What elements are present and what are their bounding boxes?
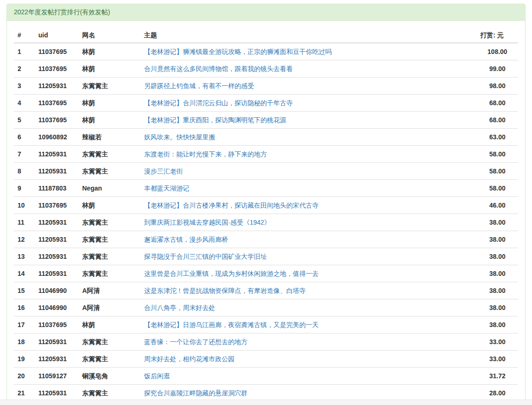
topic-link[interactable]: 合川竟然有这么多民间博物馆，跟着我的镜头去看看 bbox=[144, 65, 293, 72]
username-cell: 林荫 bbox=[79, 95, 140, 112]
column-header-name: 网名 bbox=[79, 28, 140, 43]
rank-cell: 10 bbox=[14, 197, 35, 214]
topic-cell: 周末好去处，相约花滩市政公园 bbox=[140, 351, 477, 368]
topic-cell: 蓝香缘：一个让你去了还想去的地方 bbox=[140, 334, 477, 351]
rank-cell: 13 bbox=[14, 248, 35, 265]
amount-cell: 33.00 bbox=[477, 334, 518, 351]
uid-cell: 11205931 bbox=[35, 231, 79, 248]
table-row: 10 11037695 林荫 【老林游记】合川古楼净果村，探访藏在田间地头的宋代… bbox=[14, 197, 518, 214]
topic-cell: 饭后闲逛 bbox=[140, 368, 477, 385]
amount-cell: 46.00 bbox=[477, 197, 518, 214]
topic-link[interactable]: 【老林游记】重庆酉阳，探访陶渊明笔下的桃花源 bbox=[144, 116, 286, 124]
topic-link[interactable]: 蓝香缘：一个让你去了还想去的地方 bbox=[144, 338, 248, 345]
amount-cell: 38.00 bbox=[477, 231, 518, 248]
column-header-rank: # bbox=[14, 28, 35, 43]
username-cell: 林荫 bbox=[79, 43, 140, 60]
uid-cell: 11037695 bbox=[35, 316, 79, 334]
username-cell: 东篱篱主 bbox=[79, 351, 140, 368]
uid-cell: 11046990 bbox=[35, 282, 79, 299]
amount-cell: 38.00 bbox=[477, 282, 518, 299]
topic-cell: 探究合川嘉陵江畔隐藏的悬崖洞穴群 bbox=[140, 385, 477, 402]
amount-cell: 38.00 bbox=[477, 248, 518, 265]
amount-cell: 38.00 bbox=[477, 214, 518, 231]
amount-cell: 63.00 bbox=[477, 129, 518, 146]
table-row: 1 11037695 林荫 【老林游记】狮滩镇最全游玩攻略，正宗的狮滩面和豆干你… bbox=[14, 43, 518, 60]
rank-cell: 17 bbox=[14, 316, 35, 334]
rank-cell: 4 bbox=[14, 95, 35, 112]
topic-cell: 【老林游记】合川古楼净果村，探访藏在田间地头的宋代古寺 bbox=[140, 197, 477, 214]
table-row: 16 11046990 A阿清 合川八角亭，周末好去处 38.00 bbox=[14, 299, 518, 316]
amount-cell: 68.00 bbox=[477, 95, 518, 112]
page-footer-strip bbox=[0, 399, 532, 405]
topic-cell: 探寻隐没于合川三汇镇的中国矿业大学旧址 bbox=[140, 248, 477, 265]
table-row: 14 11205931 东篱篱主 这里曾是合川工业重镇，现成为乡村休闲旅游之地，… bbox=[14, 265, 518, 282]
table-row: 4 11037695 林荫 【老林游记】合川渭沱云归山，探访隐秘的千年古寺 68… bbox=[14, 95, 518, 112]
username-cell: A阿清 bbox=[79, 299, 140, 316]
topic-link[interactable]: 这是东津沱！曾是抗战物资保障点，有摩岩造像、白塔寺 bbox=[144, 287, 306, 294]
amount-cell: 38.00 bbox=[477, 316, 518, 334]
rank-cell: 9 bbox=[14, 180, 35, 197]
topic-cell: 【老林游记】狮滩镇最全游玩攻略，正宗的狮滩面和豆干你吃过吗 bbox=[140, 43, 477, 60]
topic-link[interactable]: 另辟蹊径上钓鱼城，有着不一样的感受 bbox=[144, 82, 254, 89]
amount-cell: 68.00 bbox=[477, 112, 518, 129]
rank-cell: 15 bbox=[14, 282, 35, 299]
topic-link[interactable]: 探寻隐没于合川三汇镇的中国矿业大学旧址 bbox=[144, 253, 267, 260]
topic-link[interactable]: 合川八角亭，周末好去处 bbox=[144, 304, 215, 311]
topic-link[interactable]: 【老林游记】合川渭沱云归山，探访隐秘的千年古寺 bbox=[144, 99, 293, 107]
uid-cell: 11046990 bbox=[35, 299, 79, 316]
table-header: # uid 网名 主题 打赏: 元 bbox=[14, 28, 518, 43]
table-row: 8 11205931 东篱篱主 漫步三汇老街 58.00 bbox=[14, 163, 518, 180]
uid-cell: 11205931 bbox=[35, 351, 79, 368]
uid-cell: 11205931 bbox=[35, 163, 79, 180]
rank-cell: 16 bbox=[14, 299, 35, 316]
username-cell: 林荫 bbox=[79, 112, 140, 129]
amount-cell: 28.00 bbox=[477, 385, 518, 402]
amount-cell: 108.00 bbox=[477, 43, 518, 60]
topic-cell: 到重庆两江影视城去穿越民国·感受《1942》 bbox=[140, 214, 477, 231]
uid-cell: 11205931 bbox=[35, 334, 79, 351]
topic-cell: 东渡老街：能让时光慢下来，静下来的地方 bbox=[140, 146, 477, 163]
username-cell: 东篱篱主 bbox=[79, 163, 140, 180]
topic-link[interactable]: 妖风吹来。快快快屋里搬 bbox=[144, 133, 215, 141]
topic-link[interactable]: 漫步三汇老街 bbox=[144, 167, 183, 175]
amount-cell: 58.00 bbox=[477, 146, 518, 163]
topic-link[interactable]: 这里曾是合川工业重镇，现成为乡村休闲旅游之地，值得一去 bbox=[144, 270, 319, 277]
topic-link[interactable]: 饭后闲逛 bbox=[144, 372, 170, 380]
topic-cell: 丰都蓝天湖游记 bbox=[140, 180, 477, 197]
table-body: 1 11037695 林荫 【老林游记】狮滩镇最全游玩攻略，正宗的狮滩面和豆干你… bbox=[14, 43, 518, 401]
topic-link[interactable]: 到重庆两江影视城去穿越民国·感受《1942》 bbox=[144, 219, 271, 226]
amount-cell: 58.00 bbox=[477, 180, 518, 197]
amount-cell: 99.00 bbox=[477, 60, 518, 77]
username-cell: Negan bbox=[79, 180, 140, 197]
username-cell: 林荫 bbox=[79, 60, 140, 77]
rank-cell: 7 bbox=[14, 146, 35, 163]
amount-cell: 33.00 bbox=[477, 351, 518, 368]
uid-cell: 11037695 bbox=[35, 112, 79, 129]
amount-cell: 38.00 bbox=[477, 265, 518, 282]
topic-link[interactable]: 【老林游记】合川古楼净果村，探访藏在田间地头的宋代古寺 bbox=[144, 202, 319, 209]
rank-cell: 11 bbox=[14, 214, 35, 231]
topic-link[interactable]: 东渡老街：能让时光慢下来，静下来的地方 bbox=[144, 150, 267, 158]
panel-title: 2022年度发帖打赏排行(有效发帖) bbox=[7, 4, 525, 21]
table-row: 18 11205931 东篱篱主 蓝香缘：一个让你去了还想去的地方 33.00 bbox=[14, 334, 518, 351]
topic-cell: 合川八角亭，周末好去处 bbox=[140, 299, 477, 316]
table-row: 12 11205931 东篱篱主 邂逅濯水古镇，漫步风雨廊桥 38.00 bbox=[14, 231, 518, 248]
uid-cell: 11205931 bbox=[35, 248, 79, 265]
uid-cell: 11037695 bbox=[35, 95, 79, 112]
topic-link[interactable]: 【老林游记】日游乌江画廊，夜宿龚滩古镇，又是完美的一天 bbox=[144, 321, 319, 328]
username-cell: 东篱篱主 bbox=[79, 385, 140, 402]
topic-cell: 【老林游记】日游乌江画廊，夜宿龚滩古镇，又是完美的一天 bbox=[140, 316, 477, 334]
username-cell: 东篱篱主 bbox=[79, 334, 140, 351]
topic-cell: 合川竟然有这么多民间博物馆，跟着我的镜头去看看 bbox=[140, 60, 477, 77]
topic-link[interactable]: 【老林游记】狮滩镇最全游玩攻略，正宗的狮滩面和豆干你吃过吗 bbox=[144, 48, 332, 55]
rank-cell: 5 bbox=[14, 112, 35, 129]
topic-link[interactable]: 丰都蓝天湖游记 bbox=[144, 185, 189, 192]
uid-cell: 11205931 bbox=[35, 77, 79, 95]
rank-cell: 1 bbox=[14, 43, 35, 60]
username-cell: 东篱篱主 bbox=[79, 77, 140, 95]
topic-link[interactable]: 周末好去处，相约花滩市政公园 bbox=[144, 355, 235, 363]
rank-cell: 12 bbox=[14, 231, 35, 248]
topic-cell: 这是东津沱！曾是抗战物资保障点，有摩岩造像、白塔寺 bbox=[140, 282, 477, 299]
topic-link[interactable]: 邂逅濯水古镇，漫步风雨廊桥 bbox=[144, 236, 228, 243]
topic-link[interactable]: 探究合川嘉陵江畔隐藏的悬崖洞穴群 bbox=[144, 389, 248, 397]
